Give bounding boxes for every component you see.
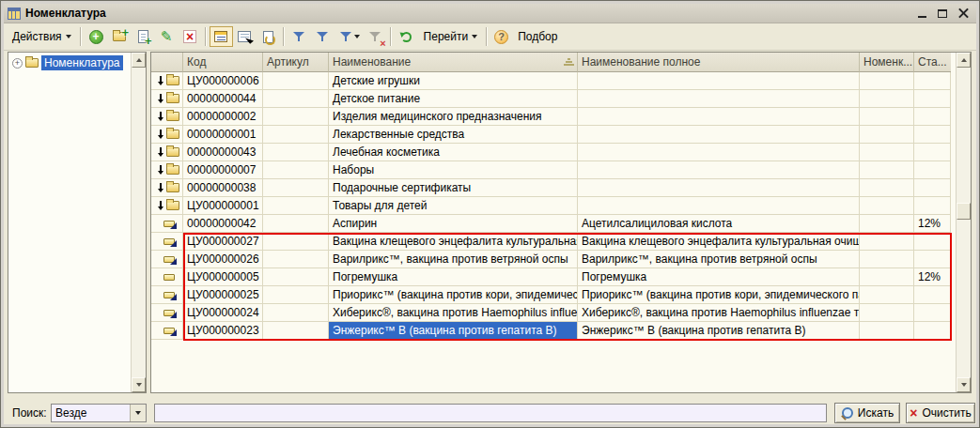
cell-fullname[interactable]: [578, 108, 860, 126]
cell-code[interactable]: ЦУ000000023: [183, 322, 263, 340]
cell-fullname[interactable]: [578, 197, 860, 215]
cell-name[interactable]: Наборы: [329, 161, 578, 179]
search-scope-value[interactable]: Везде: [52, 405, 130, 421]
cell-status[interactable]: [914, 286, 951, 304]
cell-fullname[interactable]: Энжерикс™ В (вакцина против гепатита В): [578, 322, 860, 340]
cell-code[interactable]: 00000000044: [183, 90, 263, 108]
cell-name[interactable]: Подарочные сертификаты: [329, 179, 578, 197]
cell-nomenclature[interactable]: [860, 304, 914, 322]
cell-status[interactable]: [914, 197, 951, 215]
header-name[interactable]: Наименование: [329, 53, 578, 72]
header-fullname[interactable]: Наименование полное: [578, 53, 860, 72]
cell-status[interactable]: 12%: [914, 215, 951, 233]
cell-nomenclature[interactable]: [860, 144, 914, 161]
cell-code[interactable]: 00000000038: [183, 179, 263, 197]
cell-code[interactable]: 00000000007: [183, 161, 263, 179]
cell-code[interactable]: 00000000043: [183, 144, 263, 161]
cell-fullname[interactable]: [578, 144, 860, 161]
cell-article[interactable]: [263, 215, 329, 233]
restore-value-button[interactable]: [257, 26, 280, 47]
cell-status[interactable]: [914, 304, 951, 322]
pick-button[interactable]: Подбор: [512, 26, 563, 47]
cell-nomenclature[interactable]: [860, 197, 914, 215]
cell-article[interactable]: [263, 322, 329, 340]
cell-fullname[interactable]: Ацетилсалициловая кислота: [578, 215, 860, 233]
search-button[interactable]: Искать: [834, 403, 900, 423]
hierarchy-view-button[interactable]: [210, 26, 233, 47]
cell-name[interactable]: Вакцина клещевого энцефалита культуральн…: [329, 233, 578, 251]
cell-status[interactable]: [914, 233, 951, 251]
cell-fullname[interactable]: Погремушка: [578, 268, 860, 286]
tree-scrollbar[interactable]: [131, 53, 146, 392]
maximize-button[interactable]: [935, 7, 950, 20]
cell-article[interactable]: [263, 197, 329, 215]
table-row[interactable]: 00000000043 Лечебная косметика: [151, 144, 956, 161]
header-code[interactable]: Код: [183, 53, 263, 72]
cell-name[interactable]: Детские игрушки: [329, 72, 578, 90]
cell-code[interactable]: ЦУ000000006: [183, 72, 263, 90]
cell-status[interactable]: 12%: [914, 268, 951, 286]
cell-article[interactable]: [263, 179, 329, 197]
add-button[interactable]: [85, 26, 108, 47]
cell-code[interactable]: 00000000001: [183, 126, 263, 144]
table-row[interactable]: ЦУ000000001 Товары для детей: [151, 197, 956, 215]
filter-settings-button[interactable]: [288, 26, 311, 47]
cell-article[interactable]: [263, 268, 329, 286]
cell-code[interactable]: 00000000042: [183, 215, 263, 233]
close-button[interactable]: [956, 7, 971, 20]
table-row[interactable]: ЦУ000000024 Хиберикс®, вакцина против Ha…: [151, 304, 956, 322]
expand-icon[interactable]: [12, 58, 23, 69]
tree-root-label[interactable]: Номенклатура: [41, 55, 123, 70]
table-row[interactable]: 00000000002 Изделия медицинского предназ…: [151, 108, 956, 126]
cell-article[interactable]: [263, 161, 329, 179]
cell-nomenclature[interactable]: [860, 72, 914, 90]
cell-article[interactable]: [263, 286, 329, 304]
header-nomenclature[interactable]: Номенк...: [860, 53, 914, 72]
cell-status[interactable]: [914, 108, 951, 126]
cell-status[interactable]: [914, 161, 951, 179]
clear-button[interactable]: × Очистить: [906, 403, 975, 423]
cell-code[interactable]: ЦУ000000026: [183, 251, 263, 268]
minimize-button[interactable]: [914, 7, 929, 20]
cell-name-selected[interactable]: Энжерикс™ В (вакцина против гепатита В): [329, 322, 578, 340]
cell-nomenclature[interactable]: [860, 215, 914, 233]
cell-name[interactable]: Приорикс™ (вакцина против кори, эпидемич…: [329, 286, 578, 304]
cell-code[interactable]: ЦУ000000005: [183, 268, 263, 286]
cell-fullname[interactable]: [578, 126, 860, 144]
cell-status[interactable]: [914, 179, 951, 197]
header-icon-column[interactable]: [151, 53, 183, 72]
cell-fullname[interactable]: Вакцина клещевого энцефалита культуральн…: [578, 233, 860, 251]
scroll-up-button[interactable]: [132, 53, 146, 68]
tree-root-item[interactable]: Номенклатура: [8, 53, 146, 70]
cell-article[interactable]: [263, 72, 329, 90]
table-row[interactable]: 00000000042 Аспирин Ацетилсалициловая ки…: [151, 215, 956, 233]
table-row[interactable]: 00000000038 Подарочные сертификаты: [151, 179, 956, 197]
cell-fullname[interactable]: [578, 161, 860, 179]
scroll-up-button[interactable]: [957, 53, 971, 68]
cell-name[interactable]: Погремушка: [329, 268, 578, 286]
cell-code[interactable]: ЦУ000000025: [183, 286, 263, 304]
cell-article[interactable]: [263, 304, 329, 322]
copy-button[interactable]: [132, 26, 155, 47]
cell-fullname[interactable]: Варилрикс™, вакцина против ветряной оспы: [578, 251, 860, 268]
goto-menu-button[interactable]: Перейти: [418, 26, 484, 47]
cell-nomenclature[interactable]: [860, 90, 914, 108]
header-status[interactable]: Ста...: [914, 53, 951, 72]
table-row[interactable]: ЦУ000000006 Детские игрушки: [151, 72, 956, 90]
cell-article[interactable]: [263, 251, 329, 268]
actions-menu-button[interactable]: Действия: [7, 26, 77, 47]
table-scrollbar[interactable]: [956, 53, 971, 392]
cell-name[interactable]: Лечебная косметика: [329, 144, 578, 161]
cell-nomenclature[interactable]: [860, 108, 914, 126]
cell-name[interactable]: Варилрикс™, вакцина против ветряной оспы: [329, 251, 578, 268]
cell-name[interactable]: Изделия медицинского предназначения: [329, 108, 578, 126]
cell-code[interactable]: 00000000002: [183, 108, 263, 126]
cell-nomenclature[interactable]: [860, 322, 914, 340]
cell-fullname[interactable]: Приорикс™ (вакцина против кори, эпидемич…: [578, 286, 860, 304]
cell-status[interactable]: [914, 322, 951, 340]
filter-by-value-button[interactable]: [311, 26, 334, 47]
select-list-button[interactable]: [233, 26, 257, 47]
table-row[interactable]: 00000000007 Наборы: [151, 161, 956, 179]
cell-status[interactable]: [914, 251, 951, 268]
cell-nomenclature[interactable]: [860, 126, 914, 144]
